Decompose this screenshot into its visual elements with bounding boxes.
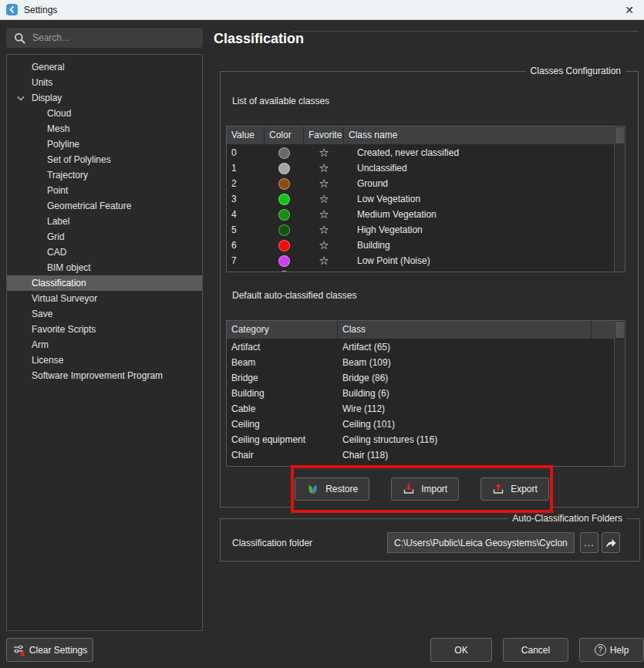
browse-button[interactable]: ... (580, 532, 598, 553)
column-header-color[interactable]: Color (265, 127, 304, 144)
class-color-swatch[interactable] (278, 194, 290, 205)
favorite-star-icon[interactable]: ☆ (304, 191, 344, 207)
sidebar-item-label: License (32, 355, 63, 366)
open-folder-button[interactable] (602, 532, 620, 553)
favorite-star-icon[interactable]: ☆ (304, 268, 344, 272)
scrollbar-thumb[interactable] (615, 127, 624, 143)
auto-classes-table-scrollbar[interactable] (614, 321, 625, 466)
auto-class-table-row[interactable]: BeamBeam (109) (227, 355, 615, 370)
class-name: Low Point (Noise) (344, 253, 615, 268)
sidebar-item-set-of-polylines[interactable]: Set of Polylines (7, 152, 202, 167)
sidebar-item-point[interactable]: Point (7, 183, 202, 198)
class-table-row[interactable]: 3☆Low Vegetation (227, 191, 615, 207)
sidebar-item-save[interactable]: Save (7, 306, 202, 322)
class-color-swatch[interactable] (278, 271, 290, 272)
sidebar-item-units[interactable]: Units (7, 75, 202, 90)
sidebar-item-bim-object[interactable]: BIM object (7, 260, 202, 275)
favorite-star-icon[interactable]: ☆ (304, 145, 344, 160)
sidebar-item-geometrical-feature[interactable]: Geometrical Feature (7, 198, 202, 214)
sidebar-item-favorite-scripts[interactable]: Favorite Scripts (7, 322, 202, 337)
sidebar-item-license[interactable]: License (7, 353, 202, 368)
class-table-row[interactable]: 7☆Low Point (Noise) (227, 253, 615, 268)
category-cell: Cable (227, 401, 338, 417)
class-color-swatch[interactable] (278, 255, 290, 267)
auto-class-table-row[interactable]: ChairChair (118) (227, 447, 615, 463)
class-value: 1 (227, 160, 265, 176)
export-icon (492, 483, 504, 495)
sidebar-item-label[interactable]: Label (7, 214, 202, 229)
class-color-swatch[interactable] (278, 147, 290, 159)
column-header-value[interactable]: Value (227, 127, 265, 144)
class-color-swatch[interactable] (278, 163, 290, 174)
favorite-star-icon[interactable]: ☆ (304, 238, 344, 253)
class-color-swatch[interactable] (278, 209, 290, 221)
auto-class-table-row[interactable]: BridgeBridge (86) (227, 370, 615, 386)
window-title: Settings (24, 5, 57, 15)
settings-window: Settings ✕ Search... GeneralUnitsDisplay… (0, 0, 644, 668)
auto-class-table-row[interactable]: Ceiling equipmentCeiling structures (116… (227, 432, 615, 447)
class-color-swatch[interactable] (278, 178, 290, 190)
clear-settings-button[interactable]: Clear Settings (6, 638, 93, 662)
class-color-swatch[interactable] (278, 240, 290, 251)
column-header-category[interactable]: Category (227, 321, 338, 339)
sidebar-item-mesh[interactable]: Mesh (7, 121, 202, 137)
sidebar-item-general[interactable]: General (7, 59, 202, 75)
import-button[interactable]: Import (391, 477, 459, 501)
clear-settings-icon (12, 644, 26, 656)
class-color-swatch[interactable] (278, 224, 290, 236)
cancel-button[interactable]: Cancel (503, 638, 568, 662)
auto-class-table-row[interactable]: ArtifactArtifact (65) (227, 339, 615, 355)
sidebar-item-virtual-surveyor[interactable]: Virtual Surveyor (7, 291, 202, 306)
sidebar-item-cloud[interactable]: Cloud (7, 106, 202, 121)
sidebar-item-polyline[interactable]: Polyline (7, 137, 202, 152)
class-table-row[interactable]: ☆ (227, 268, 615, 272)
close-icon[interactable]: ✕ (621, 4, 638, 16)
favorite-star-icon[interactable]: ☆ (304, 222, 344, 238)
sidebar-item-grid[interactable]: Grid (7, 229, 202, 245)
class-name: Medium Vegetation (344, 207, 615, 222)
favorite-star-icon[interactable]: ☆ (304, 207, 344, 222)
sidebar-item-display[interactable]: Display (7, 90, 202, 106)
column-header-class[interactable]: Class (338, 321, 592, 339)
class-table-row[interactable]: 1☆Unclassified (227, 160, 615, 176)
page-title: Classification (214, 31, 304, 47)
favorite-star-icon[interactable]: ☆ (304, 160, 344, 176)
scrollbar-thumb[interactable] (615, 322, 624, 338)
restore-button[interactable]: Restore (295, 477, 369, 501)
help-label: Help (610, 645, 629, 656)
sidebar-item-trajectory[interactable]: Trajectory (7, 167, 202, 183)
class-table-row[interactable]: 5☆High Vegetation (227, 222, 615, 238)
class-name: Created, never classified (344, 145, 615, 160)
category-cell: Artifact (227, 339, 338, 355)
auto-class-table-row[interactable]: CeilingCeiling (101) (227, 417, 615, 432)
annotation-rectangle: Restore Import Export (291, 465, 553, 513)
favorite-star-icon[interactable]: ☆ (304, 176, 344, 191)
ok-button[interactable]: OK (430, 638, 492, 662)
class-name: Low Vegetation (344, 191, 615, 207)
restore-icon (306, 483, 319, 495)
search-input[interactable]: Search... (6, 28, 203, 48)
favorite-star-icon[interactable]: ☆ (304, 253, 344, 268)
column-header-class-name[interactable]: Class name (344, 127, 615, 144)
sidebar-item-software-improvement-program[interactable]: Software Improvement Program (7, 368, 202, 383)
class-table-row[interactable]: 0☆Created, never classified (227, 145, 615, 160)
classification-folder-input[interactable] (387, 532, 575, 553)
class-table-row[interactable]: 4☆Medium Vegetation (227, 207, 615, 222)
chevron-down-icon[interactable] (15, 90, 26, 106)
sidebar-item-label: Geometrical Feature (47, 201, 131, 211)
sidebar-item-arm[interactable]: Arm (7, 337, 202, 353)
class-table-row[interactable]: 6☆Building (227, 238, 615, 253)
auto-class-table-row[interactable]: BuildingBuilding (6) (227, 386, 615, 401)
sidebar-item-classification[interactable]: Classification (7, 275, 202, 291)
category-cell: Ceiling equipment (227, 432, 338, 447)
category-cell: Building (227, 386, 338, 401)
class-value: 3 (227, 191, 265, 207)
export-button[interactable]: Export (480, 477, 549, 501)
class-value: 2 (227, 176, 265, 191)
sidebar-item-cad[interactable]: CAD (7, 245, 202, 260)
classes-table-scrollbar[interactable] (614, 127, 625, 272)
column-header-favorite[interactable]: Favorite (304, 127, 344, 144)
help-button[interactable]: ? Help (579, 638, 644, 662)
class-table-row[interactable]: 2☆Ground (227, 176, 615, 191)
auto-class-table-row[interactable]: CableWire (112) (227, 401, 615, 417)
